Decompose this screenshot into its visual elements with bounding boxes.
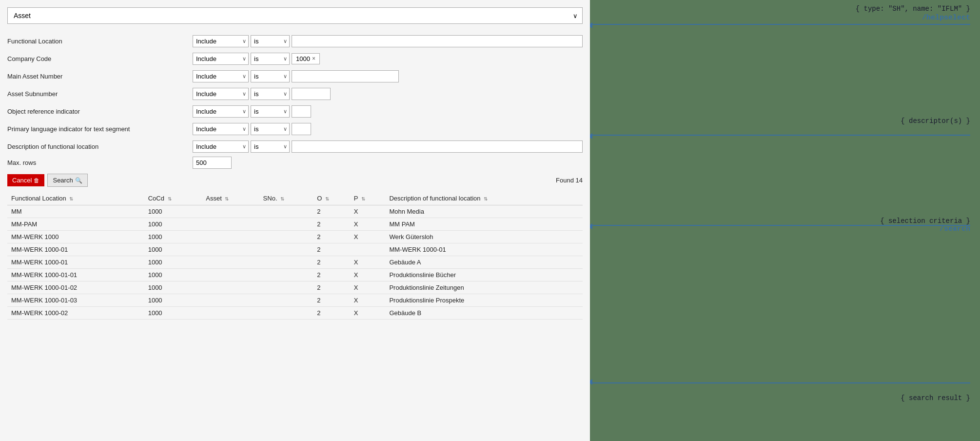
table-row[interactable]: MM-WERK 1000-0110002XGebäude A [7,256,583,269]
buttons-left: Cancel 🗑 Search 🔍 [7,174,88,187]
functional-location-operator-wrapper: isis not [251,35,290,47]
functional-location-operator[interactable]: isis not [251,35,290,47]
asset-dropdown[interactable]: Asset [7,7,583,24]
sort-icon-func-loc[interactable]: ⇅ [69,196,73,201]
object-reference-operator[interactable]: isis not [251,105,290,118]
main-asset-label: Main Asset Number [7,73,193,80]
cell-1-6: MM PAM [385,218,583,231]
helpselect-link[interactable]: /helpselect [922,14,970,22]
table-row[interactable]: MM10002XMohn Media [7,205,583,218]
table-row[interactable]: MM-WERK 100010002XWerk Gütersloh [7,231,583,243]
asset-subnumber-operator[interactable]: isis not [251,88,290,100]
search-icon: 🔍 [75,177,82,184]
company-code-operator[interactable]: isis not [251,53,290,65]
cell-6-4: 2 [313,281,350,294]
cancel-button[interactable]: Cancel 🗑 [7,174,44,186]
cell-0-5: X [350,205,386,218]
descriptors-text: { descriptor(s) } [901,117,970,125]
cell-6-0: MM-WERK 1000-01-02 [7,281,144,294]
company-code-row: Company Code IncludeExclude isis not 100… [7,51,583,66]
company-code-controls: IncludeExclude isis not 1000 × [193,53,583,65]
search-button[interactable]: Search 🔍 [47,174,87,187]
max-rows-label: Max. rows [7,159,193,166]
cell-1-5: X [350,218,386,231]
found-text: Found 14 [556,177,583,184]
description-func-loc-include[interactable]: IncludeExclude [193,140,249,153]
cell-5-6: Produktionslinie Bücher [385,269,583,281]
functional-location-label: Functional Location [7,38,193,45]
company-code-tag: 1000 × [292,53,320,64]
search-result-line [590,382,970,383]
cell-0-3 [259,205,314,218]
primary-language-input[interactable] [292,123,311,135]
cell-5-2 [202,269,259,281]
primary-language-controls: IncludeExclude isis not [193,123,583,135]
col-header-asset: Asset ⇅ [202,192,259,205]
table-row[interactable]: MM-WERK 1000-0210002XGebäude B [7,307,583,320]
main-asset-controls: IncludeExclude isis not [193,70,583,82]
description-func-loc-operator[interactable]: isis not [251,140,290,153]
search-link[interactable]: /search [940,225,970,233]
cell-5-5: X [350,269,386,281]
sort-icon-description[interactable]: ⇅ [484,196,488,201]
cell-1-0: MM-PAM [7,218,144,231]
buttons-section: Cancel 🗑 Search 🔍 Found 14 [7,174,583,187]
sort-icon-sno[interactable]: ⇅ [280,196,284,201]
description-func-loc-label: Description of functional location [7,143,193,150]
sort-icon-o[interactable]: ⇅ [325,196,329,201]
main-asset-include[interactable]: IncludeExclude [193,70,249,82]
cell-3-6: MM-WERK 1000-01 [385,243,583,256]
cell-2-2 [202,231,259,243]
max-rows-input[interactable] [193,157,232,169]
selection-text: { selection criteria } [880,217,970,225]
object-reference-input[interactable] [292,105,311,118]
cell-5-3 [259,269,314,281]
selection-line [590,225,970,226]
cell-2-1: 1000 [144,231,202,243]
table-row[interactable]: MM-WERK 1000-01-0310002XProduktionslinie… [7,294,583,307]
cell-7-6: Produktionslinie Prospekte [385,294,583,307]
company-code-tag-remove[interactable]: × [312,55,315,62]
descriptors-annotation: { descriptor(s) } [901,117,970,125]
functional-location-input[interactable] [292,35,583,47]
cell-3-1: 1000 [144,243,202,256]
object-reference-include[interactable]: IncludeExclude [193,105,249,118]
col-header-func-loc: Functional Location ⇅ [7,192,144,205]
sort-icon-cocd[interactable]: ⇅ [168,196,172,201]
search-result-annotation: { search result } [901,394,970,402]
cell-7-5: X [350,294,386,307]
col-header-cocd: CoCd ⇅ [144,192,202,205]
helpselect-line [590,24,970,25]
max-rows-section: Max. rows [7,157,583,169]
description-func-loc-operator-wrapper: isis not [251,140,290,153]
cell-4-5: X [350,256,386,269]
cancel-label: Cancel [12,177,32,184]
main-asset-operator[interactable]: isis not [251,70,290,82]
cell-4-0: MM-WERK 1000-01 [7,256,144,269]
cell-0-0: MM [7,205,144,218]
cell-4-2 [202,256,259,269]
company-code-include[interactable]: IncludeExclude [193,53,249,65]
asset-subnumber-input[interactable] [292,88,331,100]
asset-subnumber-include[interactable]: IncludeExclude [193,88,249,100]
object-reference-operator-wrapper: isis not [251,105,290,118]
description-func-loc-input[interactable] [292,140,583,153]
table-row[interactable]: MM-PAM10002XMM PAM [7,218,583,231]
form-section: Functional Location IncludeExclude isis … [7,34,583,154]
main-asset-input[interactable] [292,70,399,82]
asset-subnumber-include-wrapper: IncludeExclude [193,88,249,100]
primary-language-include[interactable]: IncludeExclude [193,123,249,135]
table-row[interactable]: MM-WERK 1000-0110002MM-WERK 1000-01 [7,243,583,256]
functional-location-include[interactable]: IncludeExclude [193,35,249,47]
col-header-sno: SNo. ⇅ [259,192,314,205]
sort-icon-p[interactable]: ⇅ [361,196,365,201]
cell-7-0: MM-WERK 1000-01-03 [7,294,144,307]
cell-2-6: Werk Gütersloh [385,231,583,243]
primary-language-operator[interactable]: isis not [251,123,290,135]
sort-icon-asset[interactable]: ⇅ [225,196,229,201]
cell-0-2 [202,205,259,218]
main-asset-include-wrapper: IncludeExclude [193,70,249,82]
table-row[interactable]: MM-WERK 1000-01-0210002XProduktionslinie… [7,281,583,294]
table-row[interactable]: MM-WERK 1000-01-0110002XProduktionslinie… [7,269,583,281]
right-panel: { type: "SH", name: "IFLM" } /helpselect… [590,0,980,441]
